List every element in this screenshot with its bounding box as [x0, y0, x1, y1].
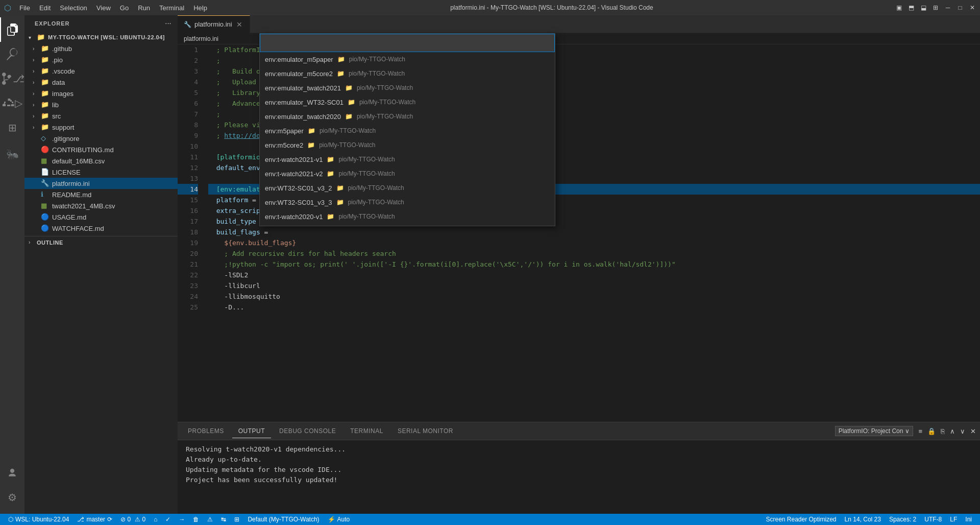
- tree-item-images[interactable]: › 📁 images: [24, 88, 178, 99]
- tree-item-data[interactable]: › 📁 data: [24, 77, 178, 88]
- panel-tab-debug[interactable]: DEBUG CONSOLE: [273, 424, 342, 438]
- menu-edit[interactable]: Edit: [35, 2, 55, 14]
- tree-item-license[interactable]: › 📄 LICENSE: [24, 166, 178, 178]
- sidebar-toggle-icon[interactable]: ▣: [895, 4, 902, 11]
- tree-item-vscode[interactable]: › 📁 .vscode: [24, 65, 178, 77]
- dropdown-item-2[interactable]: env:emulator_twatch2021 📁 pio/My-TTGO-Wa…: [260, 81, 555, 95]
- maximize-icon[interactable]: □: [957, 4, 964, 11]
- tree-item-usage[interactable]: › 🔵 USAGE.md: [24, 211, 178, 223]
- status-spaces[interactable]: Spaces: 2: [885, 514, 920, 525]
- tree-item-readme[interactable]: › ℹ README.md: [24, 189, 178, 200]
- panel-tab-problems[interactable]: PROBLEMS: [182, 424, 230, 438]
- activity-run[interactable]: ▷: [0, 91, 24, 115]
- status-trash[interactable]: 🗑: [189, 514, 203, 525]
- grid-layout-icon[interactable]: ⊞: [932, 4, 939, 11]
- panel-output-dropdown[interactable]: PlatformIO: Project Con ∨: [835, 426, 914, 436]
- file-icon: ▦: [41, 157, 49, 165]
- dropdown-item-5[interactable]: env:m5paper 📁 pio/My-TTGO-Watch: [260, 124, 555, 138]
- chevron-right-icon: ›: [33, 102, 41, 108]
- dropdown-item-11[interactable]: env:t-watch2020-v1 📁 pio/My-TTGO-Watch: [260, 209, 555, 224]
- dropdown-item-12[interactable]: env:t-watch2020-v2 📁 pio/My-TTGO-Watch: [260, 224, 555, 226]
- tree-item-lib[interactable]: › 📁 lib: [24, 99, 178, 110]
- chevron-down-icon: ∨: [905, 427, 910, 435]
- status-screen-reader[interactable]: Screen Reader Optimized: [762, 514, 840, 525]
- menu-terminal[interactable]: Terminal: [155, 2, 188, 14]
- activity-extensions[interactable]: ⊞: [0, 115, 24, 140]
- status-errors[interactable]: ⊘ 0 ⚠ 0: [116, 514, 150, 525]
- status-encoding[interactable]: UTF-8: [920, 514, 946, 525]
- status-format[interactable]: ⊞: [230, 514, 243, 525]
- tree-item-label: LICENSE: [52, 169, 81, 176]
- activity-explorer[interactable]: [0, 17, 24, 42]
- tree-item-github[interactable]: › 📁 .github: [24, 43, 178, 54]
- dropdown-item-4[interactable]: env:emulator_twatch2020 📁 pio/My-TTGO-Wa…: [260, 109, 555, 124]
- breadcrumb-file[interactable]: platformio.ini: [184, 35, 218, 42]
- tree-item-csv16[interactable]: › ▦ default_16MB.csv: [24, 155, 178, 166]
- menu-view[interactable]: View: [92, 2, 115, 14]
- minimize-icon[interactable]: ─: [944, 4, 951, 11]
- dropdown-item-0[interactable]: env:emulator_m5paper 📁 pio/My-TTGO-Watch: [260, 52, 555, 66]
- dropdown-item-8[interactable]: env:t-watch2021-v2 📁 pio/My-TTGO-Watch: [260, 166, 555, 181]
- tab-close-icon[interactable]: ✕: [235, 20, 243, 29]
- panel-tab-serial[interactable]: SERIAL MONITOR: [391, 424, 459, 438]
- status-language[interactable]: Ini: [961, 514, 976, 525]
- activity-search[interactable]: [0, 42, 24, 66]
- menu-run[interactable]: Run: [134, 2, 154, 14]
- tree-item-platformio[interactable]: › 🔧 platformio.ini: [24, 178, 178, 189]
- status-eol[interactable]: LF: [946, 514, 961, 525]
- tree-item-contributing[interactable]: › 🔴 CONTRIBUTING.md: [24, 144, 178, 155]
- panel-tab-output[interactable]: OUTPUT: [232, 424, 271, 438]
- tree-item-watchface[interactable]: › 🔵 WATCHFACE.md: [24, 223, 178, 234]
- menu-selection[interactable]: Selection: [56, 2, 91, 14]
- dropdown-item-9[interactable]: env:WT32-SC01_v3_2 📁 pio/My-TTGO-Watch: [260, 181, 555, 195]
- dropdown-item-10[interactable]: env:WT32-SC01_v3_3 📁 pio/My-TTGO-Watch: [260, 195, 555, 209]
- panel-toggle-icon[interactable]: ⬒: [908, 4, 915, 11]
- tree-root-folder[interactable]: ▾ 📁 MY-TTGO-WATCH [WSL: UBUNTU-22.04]: [24, 32, 178, 43]
- panel-up-icon[interactable]: ∧: [950, 427, 955, 435]
- file-icon: ℹ: [41, 190, 49, 199]
- status-arrow[interactable]: →: [175, 514, 189, 525]
- screen-reader-label: Screen Reader Optimized: [766, 516, 836, 523]
- panel-down-icon[interactable]: ∨: [960, 427, 965, 435]
- layout-icon[interactable]: ⬓: [920, 4, 927, 11]
- panel-close-icon[interactable]: ✕: [970, 427, 976, 435]
- panel-tabs-right: PlatformIO: Project Con ∨ ≡ 🔒 ⎘ ∧ ∨ ✕: [835, 426, 976, 436]
- file-tree: ▾ 📁 MY-TTGO-WATCH [WSL: UBUNTU-22.04] › …: [24, 30, 178, 514]
- activity-accounts[interactable]: [0, 461, 24, 485]
- panel-copy-icon[interactable]: ⎘: [941, 427, 945, 435]
- menu-file[interactable]: File: [15, 2, 34, 14]
- activity-platformio[interactable]: 🐜: [0, 142, 24, 166]
- tree-item-pio[interactable]: › 📁 .pio: [24, 54, 178, 65]
- panel-tab-terminal[interactable]: TERMINAL: [344, 424, 389, 438]
- menu-help[interactable]: Help: [189, 2, 211, 14]
- tree-item-src[interactable]: › 📁 src: [24, 110, 178, 122]
- dropdown-item-3[interactable]: env:emulator_WT32-SC01 📁 pio/My-TTGO-Wat…: [260, 95, 555, 109]
- menu-go[interactable]: Go: [116, 2, 133, 14]
- code-line-19: ${env.build_flags}: [208, 237, 980, 248]
- panel-list-icon[interactable]: ≡: [918, 427, 922, 435]
- tree-item-support[interactable]: › 📁 support: [24, 122, 178, 133]
- tab-platformio[interactable]: 🔧 platformio.ini ✕: [178, 15, 250, 33]
- status-default-env[interactable]: Default (My-TTGO-Watch): [243, 514, 323, 525]
- status-auto[interactable]: ⚡ Auto: [324, 514, 354, 525]
- tree-item-gitignore[interactable]: › ◇ .gitignore: [24, 133, 178, 144]
- status-checkmark[interactable]: ✓: [161, 514, 175, 525]
- outline-section[interactable]: › OUTLINE: [24, 236, 178, 247]
- close-icon[interactable]: ✕: [969, 4, 976, 11]
- status-wsl[interactable]: ⬡ WSL: Ubuntu-22.04: [4, 514, 73, 525]
- status-ln-col[interactable]: Ln 14, Col 23: [841, 514, 885, 525]
- status-home[interactable]: ⌂: [150, 514, 161, 525]
- tree-item-label: twatch2021_4MB.csv: [52, 202, 115, 210]
- panel-lock-icon[interactable]: 🔒: [927, 427, 936, 435]
- activity-settings[interactable]: ⚙: [0, 485, 24, 510]
- activity-scm[interactable]: ⎇: [0, 66, 24, 91]
- dropdown-item-6[interactable]: env:m5core2 📁 pio/My-TTGO-Watch: [260, 138, 555, 152]
- status-branch[interactable]: ⎇ master ⟳: [73, 514, 116, 525]
- dropdown-item-7[interactable]: env:t-watch2021-v1 📁 pio/My-TTGO-Watch: [260, 152, 555, 166]
- status-warning2[interactable]: ⚠: [203, 514, 217, 525]
- dropdown-search-input[interactable]: [260, 34, 555, 52]
- tree-item-csv4mb[interactable]: › ▦ twatch2021_4MB.csv: [24, 200, 178, 211]
- dropdown-item-1[interactable]: env:emulator_m5core2 📁 pio/My-TTGO-Watch: [260, 66, 555, 81]
- status-indent[interactable]: ↹: [217, 514, 230, 525]
- sidebar-more-icon[interactable]: ···: [165, 20, 172, 27]
